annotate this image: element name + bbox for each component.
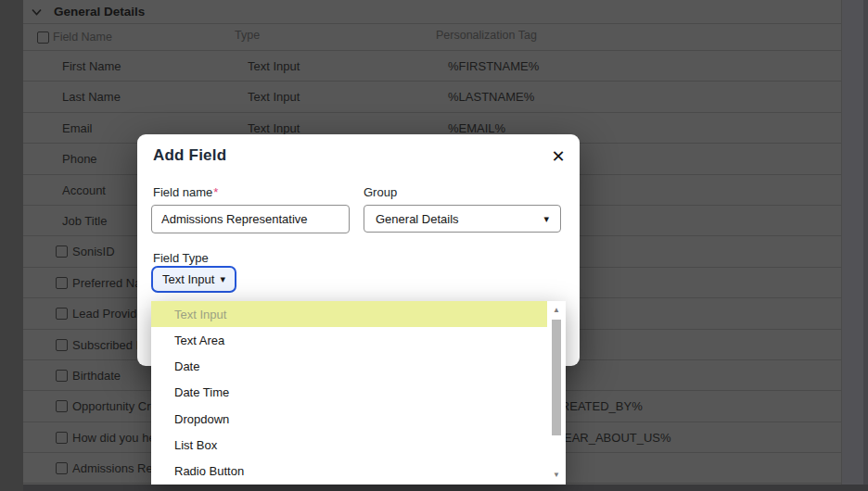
row-type: Text Input (248, 59, 300, 73)
row-checkbox[interactable] (56, 400, 68, 412)
section-title: General Details (54, 5, 145, 19)
field-type-option[interactable]: Dropdown (151, 406, 547, 432)
field-name-input[interactable] (151, 205, 350, 233)
modal-title: Add Field (153, 146, 226, 165)
field-type-label: Field Type (153, 251, 209, 265)
required-asterisk: * (213, 185, 218, 199)
table-row: Last Name Text Input %LASTNAME% (23, 82, 841, 112)
group-select-value: General Details (376, 212, 459, 226)
row-checkbox[interactable] (56, 432, 68, 444)
row-checkbox[interactable] (56, 339, 68, 351)
table-column-header: Field Name Type Personalization Tag (23, 24, 841, 51)
row-field-name: Account (62, 183, 106, 197)
row-checkbox[interactable] (56, 277, 68, 289)
caret-down-icon: ▾ (543, 213, 549, 225)
field-type-value: Text Input (162, 272, 214, 286)
row-checkbox[interactable] (56, 246, 68, 258)
row-type: Text Input (248, 90, 300, 104)
row-checkbox[interactable] (56, 370, 68, 382)
scroll-up-icon[interactable]: ▲ (550, 305, 563, 316)
row-personalization-tag: %EMAIL% (448, 121, 505, 135)
row-personalization-tag: %LASTNAME% (448, 90, 534, 104)
caret-down-icon: ▾ (220, 273, 225, 285)
row-field-name: Birthdate (72, 369, 121, 383)
row-field-name: Lead Provider (72, 307, 147, 321)
field-type-option[interactable]: Radio Button (151, 459, 547, 485)
row-field-name: First Name (62, 59, 121, 73)
field-name-label: Field name* (153, 185, 218, 199)
chevron-down-icon (32, 8, 42, 16)
row-type: Text Input (248, 121, 300, 135)
row-checkbox[interactable] (56, 462, 68, 474)
section-header[interactable]: General Details (23, 0, 841, 24)
row-field-name: Job Title (62, 214, 107, 228)
page-scrollbar[interactable] (863, 0, 868, 485)
scroll-down-icon[interactable]: ▼ (550, 470, 563, 481)
column-field-name[interactable]: Field Name (53, 31, 112, 44)
field-type-option[interactable]: Text Input (151, 301, 547, 327)
row-checkbox[interactable] (56, 308, 68, 320)
row-field-name: Phone (62, 152, 97, 166)
row-field-name: Admissions Rep (72, 461, 160, 475)
group-label: Group (364, 185, 397, 199)
scrollbar-thumb[interactable] (552, 320, 561, 435)
close-icon[interactable]: ✕ (546, 145, 570, 169)
row-field-name: Email (62, 121, 93, 135)
group-select[interactable]: General Details ▾ (364, 205, 561, 233)
column-type[interactable]: Type (235, 29, 260, 42)
row-field-name: Last Name (62, 90, 121, 104)
field-type-option[interactable]: Date Time (151, 380, 547, 406)
page-bottom (23, 485, 868, 491)
field-type-options-list: Text Input Text Area Date Date Time Drop… (151, 301, 566, 485)
field-type-option[interactable]: Text Area (151, 327, 547, 353)
table-row: First Name Text Input %FIRSTNAME% (23, 51, 841, 82)
row-personalization-tag: %FIRSTNAME% (448, 59, 539, 73)
options-scrollbar: ▲ ▼ (550, 303, 563, 483)
field-type-option[interactable]: List Box (151, 432, 547, 458)
row-field-name: SonisID (72, 245, 115, 258)
screen: General Details Field Name Type Personal… (0, 0, 868, 491)
field-type-option[interactable]: Date (151, 354, 547, 380)
select-all-checkbox[interactable] (37, 31, 49, 44)
column-personalization-tag[interactable]: Personalization Tag (436, 29, 537, 42)
field-type-dropdown-button[interactable]: Text Input ▾ (151, 266, 236, 293)
